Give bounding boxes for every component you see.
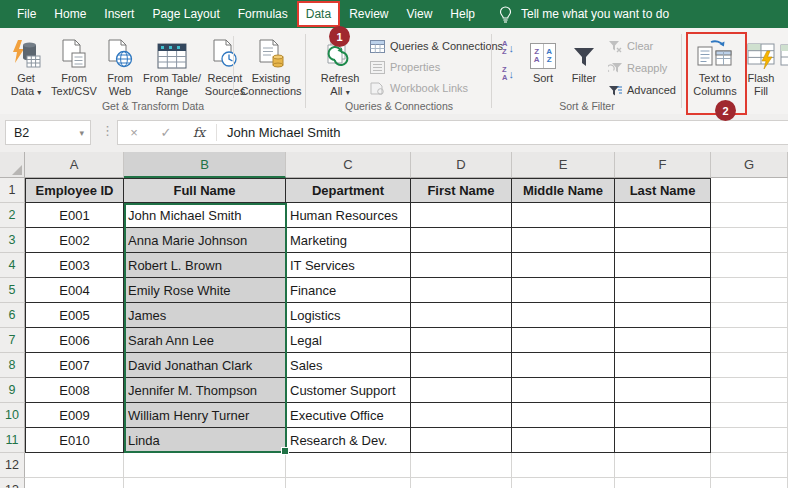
cell-E1[interactable]: Middle Name <box>512 178 615 203</box>
tab-view[interactable]: View <box>398 0 442 28</box>
cell-G11[interactable] <box>711 428 788 453</box>
sort-button[interactable]: ZAAZ Sort <box>524 31 562 107</box>
cell-A8[interactable]: E007 <box>25 353 124 378</box>
column-header-C[interactable]: C <box>286 152 411 178</box>
tab-page-layout[interactable]: Page Layout <box>143 0 228 28</box>
cell-D13[interactable] <box>411 478 512 488</box>
cell-B12[interactable] <box>124 453 286 478</box>
cell-G1[interactable] <box>711 178 788 203</box>
properties-button[interactable]: Properties <box>370 58 440 76</box>
cell-E8[interactable] <box>512 353 615 378</box>
cell-E3[interactable] <box>512 228 615 253</box>
cell-C6[interactable]: Logistics <box>286 303 411 328</box>
advanced-filter-button[interactable]: Advanced <box>608 81 676 99</box>
cell-E5[interactable] <box>512 278 615 303</box>
column-header-D[interactable]: D <box>411 152 512 178</box>
tab-formulas[interactable]: Formulas <box>229 0 297 28</box>
cell-D1[interactable]: First Name <box>411 178 512 203</box>
cell-G10[interactable] <box>711 403 788 428</box>
cell-B5[interactable]: Emily Rose White <box>124 278 286 303</box>
row-header-5[interactable]: 5 <box>0 278 25 303</box>
row-header-8[interactable]: 8 <box>0 353 25 378</box>
formula-bar-handle-icon[interactable]: ⋮ <box>101 123 114 138</box>
cell-F8[interactable] <box>615 353 711 378</box>
cell-A5[interactable]: E004 <box>25 278 124 303</box>
name-box-dropdown-icon[interactable]: ▾ <box>79 128 90 138</box>
from-text-csv-button[interactable]: From Text/CSV <box>50 31 98 107</box>
column-header-B[interactable]: B <box>124 152 286 178</box>
cell-C4[interactable]: IT Services <box>286 253 411 278</box>
row-header-4[interactable]: 4 <box>0 253 25 278</box>
row-header-1[interactable]: 1 <box>0 178 25 203</box>
cell-G8[interactable] <box>711 353 788 378</box>
next-button-partial[interactable]: D <box>782 31 788 107</box>
tab-data[interactable]: Data1 <box>297 1 340 27</box>
cell-G6[interactable] <box>711 303 788 328</box>
row-header-13[interactable]: 13 <box>0 478 25 488</box>
row-header-10[interactable]: 10 <box>0 403 25 428</box>
cell-A11[interactable]: E010 <box>25 428 124 453</box>
filter-button[interactable]: Filter <box>564 31 604 107</box>
cell-G5[interactable] <box>711 278 788 303</box>
cell-E2[interactable] <box>512 203 615 228</box>
cell-C3[interactable]: Marketing <box>286 228 411 253</box>
cell-A1[interactable]: Employee ID <box>25 178 124 203</box>
cell-B6[interactable]: James <box>124 303 286 328</box>
cell-G12[interactable] <box>711 453 788 478</box>
row-header-9[interactable]: 9 <box>0 378 25 403</box>
column-header-F[interactable]: F <box>615 152 711 178</box>
cell-C7[interactable]: Legal <box>286 328 411 353</box>
get-data-button[interactable]: Get Data ▾ <box>4 31 48 107</box>
tab-home[interactable]: Home <box>45 0 95 28</box>
row-header-6[interactable]: 6 <box>0 303 25 328</box>
cell-A3[interactable]: E002 <box>25 228 124 253</box>
row-header-12[interactable]: 12 <box>0 453 25 478</box>
tab-review[interactable]: Review <box>340 0 397 28</box>
workbook-links-button[interactable]: Workbook Links <box>370 79 468 97</box>
column-header-E[interactable]: E <box>512 152 615 178</box>
cell-F4[interactable] <box>615 253 711 278</box>
cell-B2[interactable]: John Michael Smith <box>124 203 286 228</box>
formula-content[interactable]: John Michael Smith <box>227 125 340 140</box>
enter-icon[interactable]: ✓ <box>150 125 182 140</box>
cell-G13[interactable] <box>711 478 788 488</box>
cell-E7[interactable] <box>512 328 615 353</box>
tab-insert[interactable]: Insert <box>95 0 143 28</box>
cell-F12[interactable] <box>615 453 711 478</box>
row-header-3[interactable]: 3 <box>0 228 25 253</box>
cell-C13[interactable] <box>286 478 411 488</box>
cell-D11[interactable] <box>411 428 512 453</box>
cell-E4[interactable] <box>512 253 615 278</box>
cell-C9[interactable]: Customer Support <box>286 378 411 403</box>
cell-B11[interactable]: Linda <box>124 428 286 453</box>
cell-F3[interactable] <box>615 228 711 253</box>
cell-F7[interactable] <box>615 328 711 353</box>
cell-D3[interactable] <box>411 228 512 253</box>
cell-D10[interactable] <box>411 403 512 428</box>
cell-D9[interactable] <box>411 378 512 403</box>
cell-C10[interactable]: Executive Office <box>286 403 411 428</box>
column-header-A[interactable]: A <box>25 152 124 178</box>
cell-A7[interactable]: E006 <box>25 328 124 353</box>
cell-E11[interactable] <box>512 428 615 453</box>
cell-D4[interactable] <box>411 253 512 278</box>
cell-A10[interactable]: E009 <box>25 403 124 428</box>
cell-F9[interactable] <box>615 378 711 403</box>
cell-B13[interactable] <box>124 478 286 488</box>
column-header-G[interactable]: G <box>711 152 788 178</box>
cell-C8[interactable]: Sales <box>286 353 411 378</box>
cell-F2[interactable] <box>615 203 711 228</box>
cell-C12[interactable] <box>286 453 411 478</box>
cell-A12[interactable] <box>25 453 124 478</box>
cell-G4[interactable] <box>711 253 788 278</box>
cell-F10[interactable] <box>615 403 711 428</box>
cell-D2[interactable] <box>411 203 512 228</box>
insert-function-icon[interactable]: fx <box>182 125 216 140</box>
cell-C5[interactable]: Finance <box>286 278 411 303</box>
tab-file[interactable]: File <box>8 0 45 28</box>
cell-G3[interactable] <box>711 228 788 253</box>
cell-E13[interactable] <box>512 478 615 488</box>
cell-F6[interactable] <box>615 303 711 328</box>
cell-B10[interactable]: William Henry Turner <box>124 403 286 428</box>
cell-F11[interactable] <box>615 428 711 453</box>
